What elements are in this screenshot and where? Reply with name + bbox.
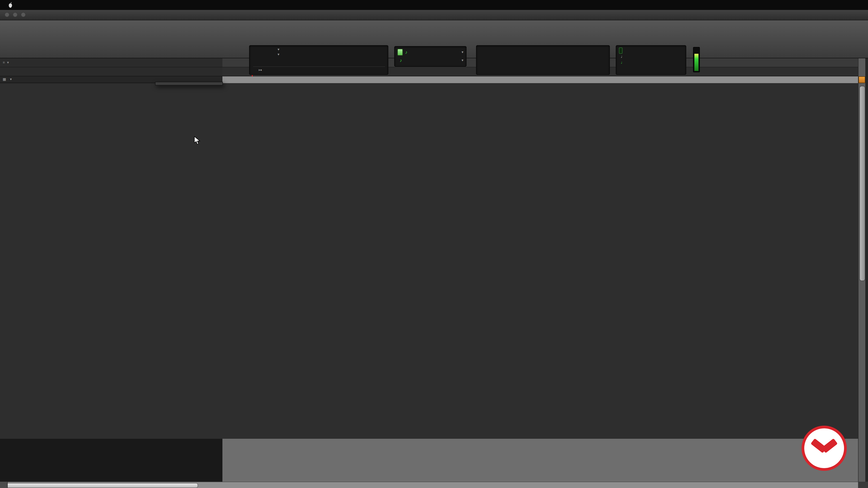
tempo-note-icon: ♩ — [621, 60, 625, 65]
track-panel-empty-area — [0, 439, 222, 482]
principal-dropdown-icon[interactable]: ▾ — [278, 47, 279, 52]
track-list-dropdown-icon[interactable]: ▾ — [10, 77, 12, 81]
mouse-cursor — [194, 136, 200, 145]
zoom-toggle-button[interactable] — [859, 76, 865, 83]
track-list-view-icon[interactable]: ▦ — [3, 77, 6, 81]
scroll-left-button[interactable] — [0, 482, 8, 488]
zoom-window-icon — [21, 12, 26, 17]
counter-panel: ▾ ▾ ↦ — [249, 45, 388, 75]
grid-note-icon: ♪ — [405, 50, 407, 55]
horizontal-scrollbar[interactable] — [0, 482, 858, 488]
vertical-scrollbar-thumb[interactable] — [860, 86, 865, 281]
apple-menu-icon[interactable] — [6, 1, 14, 8]
nudge-note-icon: ♪ — [400, 58, 402, 63]
meter-note-icon: ♩ — [621, 54, 625, 59]
vertical-scrollbar[interactable] — [858, 58, 865, 482]
window-controls[interactable] — [4, 12, 26, 17]
scrollbar-corner — [858, 482, 868, 488]
grid-mode-button[interactable] — [397, 49, 403, 56]
ruler-list-icon[interactable]: ≡ — [3, 60, 5, 64]
ruler-track-labels: ≡ ▾ — [0, 58, 222, 76]
grid-dropdown-icon[interactable]: ▾ — [462, 50, 463, 54]
session-panel: ♩ ♩ — [616, 45, 686, 75]
grid-nudge-panel: ♪ ▾ ♪ ▾ — [394, 46, 467, 67]
countoff-button[interactable] — [619, 47, 622, 54]
cursor-scrub-icon: ↦ — [258, 68, 262, 72]
edit-area-filler — [222, 76, 858, 83]
channel-watermark-logo — [802, 426, 847, 471]
nudge-dropdown-icon[interactable]: ▾ — [462, 58, 463, 62]
edit-toolbar: ▾ ▾ ↦ — [0, 20, 868, 58]
window-title-bar — [0, 10, 868, 20]
close-window-icon — [4, 12, 9, 17]
pro-tools-edit-window: ▾ ▾ ↦ — [0, 0, 868, 488]
ruler-view-dropdown-icon[interactable]: ▾ — [7, 60, 9, 64]
menu-bar — [0, 0, 868, 10]
transport-panel — [476, 45, 610, 75]
edit-area-empty-area — [222, 439, 858, 482]
system-usage-meter — [693, 47, 700, 72]
horizontal-scrollbar-thumb[interactable] — [3, 483, 198, 488]
ruler-view-menu — [155, 82, 223, 86]
minimize-window-icon — [13, 12, 18, 17]
sub-dropdown-icon[interactable]: ▾ — [278, 53, 279, 57]
window-right-edge — [865, 58, 868, 488]
